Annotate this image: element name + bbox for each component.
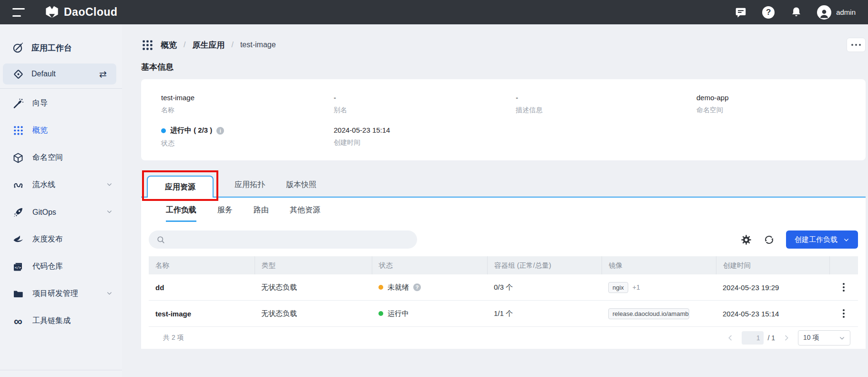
field-label: 命名空间: [696, 106, 846, 115]
status-dot-progress: [161, 128, 166, 133]
image-chip[interactable]: release.daocloud.io/amamb...: [608, 308, 689, 319]
switch-workspace-icon[interactable]: ⇄: [99, 69, 107, 80]
breadcrumb-native-apps[interactable]: 原生应用: [192, 40, 225, 51]
chevron-down-icon: [106, 208, 112, 217]
sidebar-item-workbench[interactable]: 应用工作台: [0, 37, 122, 59]
sidebar-item-namespace[interactable]: 命名空间: [0, 144, 122, 171]
user-menu[interactable]: admin: [817, 5, 856, 20]
tab-app-resources[interactable]: 应用资源: [147, 176, 214, 198]
workloads-toolbar: 创建工作负载: [141, 222, 866, 256]
grid-dots-icon: [12, 125, 24, 136]
workspace-selector[interactable]: Default ⇄: [3, 63, 116, 84]
table-header: 名称 类型 状态 容器组 (正常/总量) 镜像 创建时间: [149, 256, 858, 274]
sidebar-item-label: 概览: [32, 126, 112, 136]
workload-name[interactable]: test-image: [149, 310, 255, 318]
breadcrumb-current: test-image: [240, 41, 276, 49]
magic-wand-icon: [12, 98, 24, 109]
cube-icon: [12, 152, 24, 164]
more-actions-button[interactable]: [847, 38, 866, 52]
image-chip[interactable]: ngix: [608, 282, 628, 293]
field-value: test-image: [161, 94, 334, 102]
help-icon[interactable]: ?: [762, 6, 775, 19]
col-name: 名称: [149, 256, 255, 274]
table-row: dd 无状态负载 未就绪 ? 0/3 个 ngix +1 2024-05-23 …: [149, 274, 858, 301]
col-image: 镜像: [602, 256, 716, 274]
rocket-icon: [12, 207, 24, 218]
sidebar-item-label: 项目研发管理: [32, 289, 98, 299]
status-help-icon[interactable]: ?: [413, 283, 421, 291]
create-workload-button[interactable]: 创建工作负载: [786, 230, 858, 249]
field-namespace: demo-app 命名空间: [696, 94, 846, 115]
main-content: 概览 / 原生应用 / test-image 基本信息 test-image 名…: [122, 24, 868, 377]
sidebar-item-label: GitOps: [32, 208, 98, 217]
subtab-workloads[interactable]: 工作负载: [166, 205, 196, 222]
menu-toggle-icon[interactable]: [12, 8, 25, 17]
workload-name[interactable]: dd: [149, 283, 255, 292]
table-footer: 共 2 项 / 1 10 项: [149, 327, 858, 349]
field-label: 创建时间: [334, 138, 516, 147]
chevron-down-icon: [106, 181, 112, 189]
field-description: - 描述信息: [516, 94, 696, 115]
notification-bell-icon[interactable]: [789, 6, 803, 19]
settings-gear-icon[interactable]: [740, 234, 752, 245]
code-repository-icon: </>: [12, 261, 24, 272]
col-status: 状态: [372, 256, 487, 274]
status-value: 进行中 ( 2/3 ): [170, 126, 212, 135]
page-number-input[interactable]: [742, 331, 764, 345]
sidebar-item-label: 代码仓库: [32, 262, 112, 272]
sidebar-item-label: 工具链集成: [32, 316, 112, 326]
sidebar-item-overview[interactable]: 概览: [0, 117, 122, 144]
search-box[interactable]: [149, 230, 417, 249]
sidebar-item-pipeline[interactable]: 流水线: [0, 171, 122, 199]
workloads-table: 名称 类型 状态 容器组 (正常/总量) 镜像 创建时间 dd 无状态负载 未就…: [149, 256, 858, 349]
page-size-select[interactable]: 10 项: [798, 330, 850, 346]
bird-icon: [12, 234, 24, 245]
col-actions: [829, 256, 858, 274]
subtab-services[interactable]: 服务: [217, 205, 233, 222]
total-count: 共 2 项: [163, 334, 184, 342]
workspace-diamond-icon: [12, 68, 24, 80]
field-value: 2024-05-23 15:14: [334, 126, 516, 134]
breadcrumb-overview[interactable]: 概览: [161, 40, 177, 51]
compass-pen-icon: [12, 42, 24, 53]
sidebar-item-project-mgmt[interactable]: 项目研发管理: [0, 280, 122, 307]
sidebar-item-gray-release[interactable]: 灰度发布: [0, 226, 122, 253]
app-grid-icon: [141, 39, 154, 52]
status-dot-running: [378, 311, 383, 316]
sidebar-divider: [0, 88, 122, 89]
tab-app-topology[interactable]: 应用拓扑: [235, 180, 265, 190]
row-actions-kebab-icon[interactable]: [829, 309, 858, 318]
image-extra-count[interactable]: +1: [633, 283, 640, 291]
field-name: test-image 名称: [161, 94, 334, 115]
breadcrumb: 概览 / 原生应用 / test-image: [141, 36, 866, 54]
sidebar-bottom-divider: [0, 370, 122, 370]
svg-text:</>: </>: [15, 265, 21, 270]
resource-subtabs: 工作负载 服务 路由 其他资源: [141, 198, 866, 222]
subtab-routes[interactable]: 路由: [254, 205, 269, 222]
prev-page-icon[interactable]: [726, 334, 734, 342]
next-page-icon[interactable]: [783, 334, 790, 342]
basic-info-title: 基本信息: [141, 62, 866, 73]
row-actions-kebab-icon[interactable]: [829, 283, 858, 292]
sidebar: 应用工作台 Default ⇄: [0, 24, 122, 377]
search-input[interactable]: [169, 236, 409, 244]
sidebar-item-code-repo[interactable]: </> 代码仓库: [0, 253, 122, 280]
tab-version-snapshot[interactable]: 版本快照: [286, 180, 317, 190]
refresh-icon[interactable]: [763, 234, 775, 245]
field-status: 进行中 ( 2/3 ) i 状态: [161, 126, 334, 148]
subtab-other-resources[interactable]: 其他资源: [290, 205, 320, 222]
field-label: 状态: [161, 139, 334, 148]
workload-type: 无状态负载: [255, 283, 372, 292]
sidebar-item-wizard[interactable]: 向导: [0, 90, 122, 117]
sidebar-item-label: 向导: [32, 98, 112, 108]
info-icon[interactable]: i: [216, 127, 224, 135]
workload-status: 运行中: [388, 309, 409, 318]
workbench-label: 应用工作台: [31, 42, 72, 53]
workload-created: 2024-05-23 15:14: [716, 310, 829, 318]
sidebar-item-gitops[interactable]: GitOps: [0, 199, 122, 226]
chat-icon[interactable]: [734, 6, 747, 19]
breadcrumb-separator: /: [231, 41, 233, 49]
workload-created: 2024-05-23 19:29: [716, 283, 829, 292]
brand-name: DaoCloud: [64, 6, 118, 19]
sidebar-item-toolchain[interactable]: ∞ 工具链集成: [0, 307, 122, 335]
